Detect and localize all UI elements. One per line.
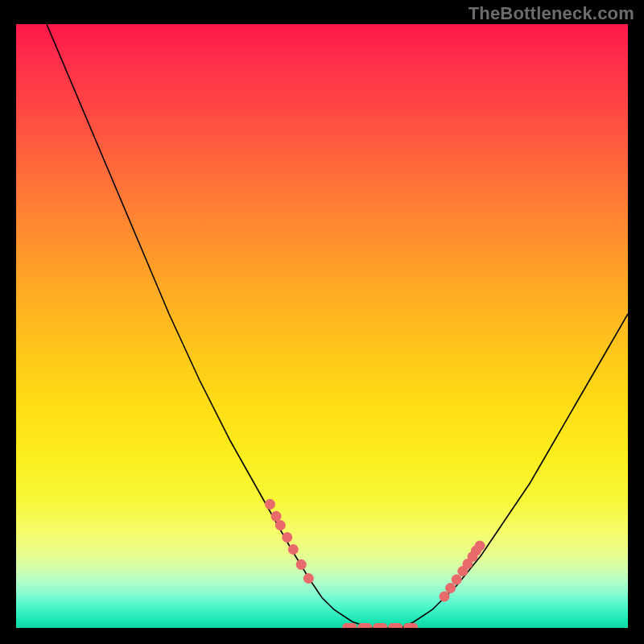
left-highlight-dots	[265, 499, 314, 584]
bottom-highlight-dashes	[342, 623, 418, 628]
highlight-dot	[296, 559, 307, 570]
highlight-dot	[282, 532, 292, 543]
highlight-dot	[440, 592, 450, 602]
chart-svg	[16, 24, 628, 628]
highlight-dot	[271, 511, 282, 522]
highlight-dash	[342, 623, 357, 628]
highlight-dash	[403, 623, 418, 628]
highlight-dot	[288, 544, 299, 555]
highlight-dot	[452, 575, 462, 585]
highlight-dot	[475, 541, 485, 551]
chart-stage: TheBottleneck.com	[0, 0, 644, 644]
highlight-dash	[388, 623, 402, 628]
highlight-dash	[373, 623, 387, 628]
highlight-dot	[265, 499, 275, 510]
watermark-text: TheBottleneck.com	[469, 3, 634, 24]
highlight-dot	[445, 583, 456, 593]
right-highlight-dots	[440, 541, 485, 602]
plot-area	[16, 24, 628, 628]
highlight-dash	[357, 623, 372, 628]
highlight-dot	[275, 520, 286, 530]
bottleneck-curve	[47, 24, 628, 628]
highlight-dot	[303, 573, 314, 584]
